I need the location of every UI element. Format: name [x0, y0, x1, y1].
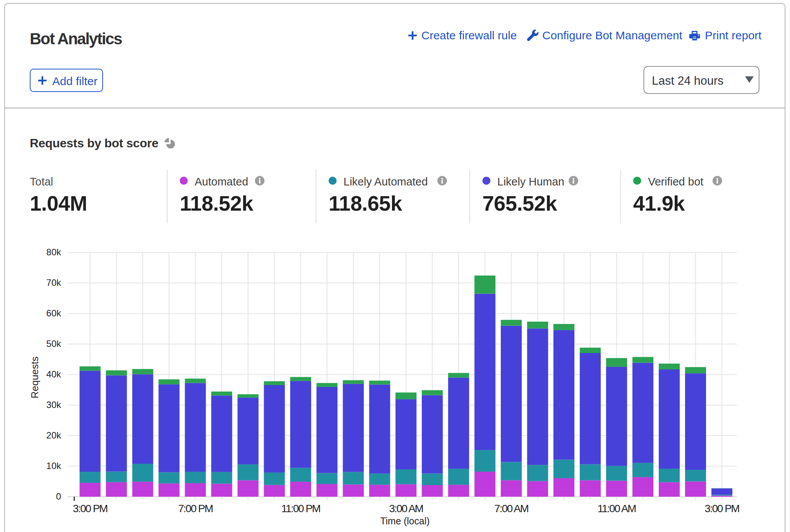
- svg-text:7:00 AM: 7:00 AM: [494, 503, 528, 514]
- svg-text:80k: 80k: [46, 247, 61, 257]
- svg-text:3:00 PM: 3:00 PM: [705, 503, 739, 514]
- svg-text:Requests: Requests: [29, 356, 40, 398]
- svg-text:40k: 40k: [46, 369, 61, 379]
- svg-text:10k: 10k: [46, 461, 61, 471]
- svg-text:3:00 PM: 3:00 PM: [73, 503, 108, 514]
- svg-text:11:00 PM: 11:00 PM: [281, 503, 320, 514]
- svg-text:60k: 60k: [46, 308, 61, 318]
- svg-text:0: 0: [56, 491, 61, 501]
- svg-text:3:00 AM: 3:00 AM: [389, 503, 423, 514]
- svg-text:20k: 20k: [46, 430, 61, 440]
- svg-text:11:00 AM: 11:00 AM: [597, 503, 636, 514]
- svg-text:30k: 30k: [46, 400, 61, 410]
- svg-text:Time (local): Time (local): [380, 516, 430, 526]
- svg-text:70k: 70k: [46, 277, 61, 288]
- svg-text:50k: 50k: [46, 339, 61, 349]
- svg-text:7:00 PM: 7:00 PM: [178, 503, 213, 514]
